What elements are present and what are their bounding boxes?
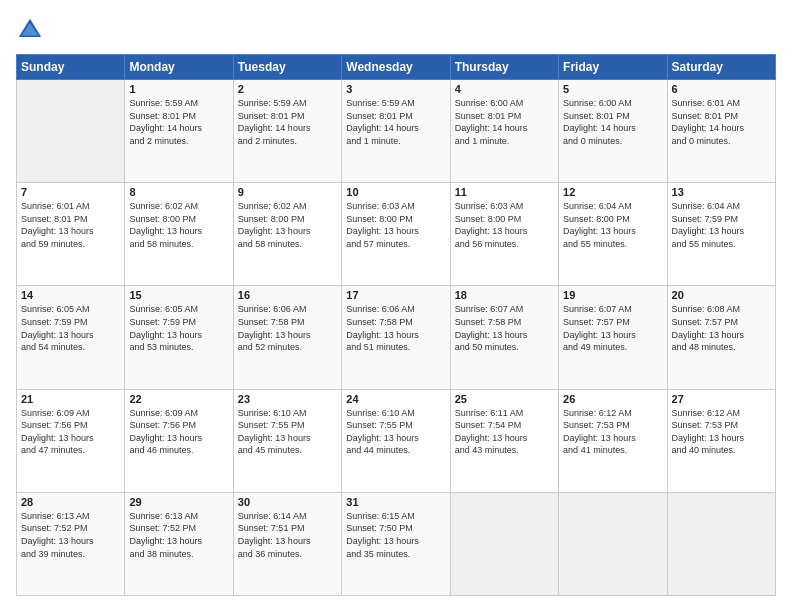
logo (16, 16, 48, 44)
header-cell-friday: Friday (559, 55, 667, 80)
day-cell: 7Sunrise: 6:01 AM Sunset: 8:01 PM Daylig… (17, 183, 125, 286)
day-number: 6 (672, 83, 771, 95)
day-cell: 30Sunrise: 6:14 AM Sunset: 7:51 PM Dayli… (233, 492, 341, 595)
day-number: 17 (346, 289, 445, 301)
day-info: Sunrise: 6:10 AM Sunset: 7:55 PM Dayligh… (238, 407, 337, 457)
day-cell: 20Sunrise: 6:08 AM Sunset: 7:57 PM Dayli… (667, 286, 775, 389)
day-number: 31 (346, 496, 445, 508)
day-number: 10 (346, 186, 445, 198)
day-info: Sunrise: 5:59 AM Sunset: 8:01 PM Dayligh… (238, 97, 337, 147)
page: SundayMondayTuesdayWednesdayThursdayFrid… (0, 0, 792, 612)
week-row-5: 28Sunrise: 6:13 AM Sunset: 7:52 PM Dayli… (17, 492, 776, 595)
calendar-table: SundayMondayTuesdayWednesdayThursdayFrid… (16, 54, 776, 596)
day-info: Sunrise: 6:09 AM Sunset: 7:56 PM Dayligh… (21, 407, 120, 457)
day-info: Sunrise: 6:03 AM Sunset: 8:00 PM Dayligh… (346, 200, 445, 250)
day-info: Sunrise: 6:00 AM Sunset: 8:01 PM Dayligh… (455, 97, 554, 147)
day-cell (559, 492, 667, 595)
day-cell: 23Sunrise: 6:10 AM Sunset: 7:55 PM Dayli… (233, 389, 341, 492)
day-number: 24 (346, 393, 445, 405)
day-number: 4 (455, 83, 554, 95)
day-number: 21 (21, 393, 120, 405)
day-cell: 13Sunrise: 6:04 AM Sunset: 7:59 PM Dayli… (667, 183, 775, 286)
day-cell: 16Sunrise: 6:06 AM Sunset: 7:58 PM Dayli… (233, 286, 341, 389)
day-info: Sunrise: 6:13 AM Sunset: 7:52 PM Dayligh… (129, 510, 228, 560)
day-number: 26 (563, 393, 662, 405)
day-number: 19 (563, 289, 662, 301)
header-cell-tuesday: Tuesday (233, 55, 341, 80)
day-info: Sunrise: 6:04 AM Sunset: 8:00 PM Dayligh… (563, 200, 662, 250)
day-info: Sunrise: 6:05 AM Sunset: 7:59 PM Dayligh… (129, 303, 228, 353)
day-number: 3 (346, 83, 445, 95)
header-cell-wednesday: Wednesday (342, 55, 450, 80)
day-info: Sunrise: 6:06 AM Sunset: 7:58 PM Dayligh… (346, 303, 445, 353)
day-number: 23 (238, 393, 337, 405)
day-cell: 8Sunrise: 6:02 AM Sunset: 8:00 PM Daylig… (125, 183, 233, 286)
day-number: 8 (129, 186, 228, 198)
day-info: Sunrise: 6:12 AM Sunset: 7:53 PM Dayligh… (563, 407, 662, 457)
header (16, 16, 776, 44)
day-number: 9 (238, 186, 337, 198)
day-number: 11 (455, 186, 554, 198)
day-info: Sunrise: 6:12 AM Sunset: 7:53 PM Dayligh… (672, 407, 771, 457)
header-cell-sunday: Sunday (17, 55, 125, 80)
day-cell (17, 80, 125, 183)
day-info: Sunrise: 6:13 AM Sunset: 7:52 PM Dayligh… (21, 510, 120, 560)
day-cell: 15Sunrise: 6:05 AM Sunset: 7:59 PM Dayli… (125, 286, 233, 389)
week-row-3: 14Sunrise: 6:05 AM Sunset: 7:59 PM Dayli… (17, 286, 776, 389)
day-info: Sunrise: 6:08 AM Sunset: 7:57 PM Dayligh… (672, 303, 771, 353)
header-cell-thursday: Thursday (450, 55, 558, 80)
day-cell: 10Sunrise: 6:03 AM Sunset: 8:00 PM Dayli… (342, 183, 450, 286)
week-row-4: 21Sunrise: 6:09 AM Sunset: 7:56 PM Dayli… (17, 389, 776, 492)
day-cell: 4Sunrise: 6:00 AM Sunset: 8:01 PM Daylig… (450, 80, 558, 183)
day-cell: 18Sunrise: 6:07 AM Sunset: 7:58 PM Dayli… (450, 286, 558, 389)
day-info: Sunrise: 5:59 AM Sunset: 8:01 PM Dayligh… (129, 97, 228, 147)
header-row: SundayMondayTuesdayWednesdayThursdayFrid… (17, 55, 776, 80)
day-info: Sunrise: 6:02 AM Sunset: 8:00 PM Dayligh… (129, 200, 228, 250)
header-cell-monday: Monday (125, 55, 233, 80)
day-number: 25 (455, 393, 554, 405)
day-cell: 19Sunrise: 6:07 AM Sunset: 7:57 PM Dayli… (559, 286, 667, 389)
day-number: 28 (21, 496, 120, 508)
day-number: 16 (238, 289, 337, 301)
day-cell (450, 492, 558, 595)
day-number: 18 (455, 289, 554, 301)
day-cell: 25Sunrise: 6:11 AM Sunset: 7:54 PM Dayli… (450, 389, 558, 492)
day-info: Sunrise: 5:59 AM Sunset: 8:01 PM Dayligh… (346, 97, 445, 147)
day-cell: 27Sunrise: 6:12 AM Sunset: 7:53 PM Dayli… (667, 389, 775, 492)
day-cell: 5Sunrise: 6:00 AM Sunset: 8:01 PM Daylig… (559, 80, 667, 183)
day-cell: 3Sunrise: 5:59 AM Sunset: 8:01 PM Daylig… (342, 80, 450, 183)
day-cell: 24Sunrise: 6:10 AM Sunset: 7:55 PM Dayli… (342, 389, 450, 492)
day-info: Sunrise: 6:10 AM Sunset: 7:55 PM Dayligh… (346, 407, 445, 457)
day-cell: 28Sunrise: 6:13 AM Sunset: 7:52 PM Dayli… (17, 492, 125, 595)
day-cell: 9Sunrise: 6:02 AM Sunset: 8:00 PM Daylig… (233, 183, 341, 286)
day-number: 22 (129, 393, 228, 405)
day-cell: 14Sunrise: 6:05 AM Sunset: 7:59 PM Dayli… (17, 286, 125, 389)
day-info: Sunrise: 6:07 AM Sunset: 7:57 PM Dayligh… (563, 303, 662, 353)
day-cell: 31Sunrise: 6:15 AM Sunset: 7:50 PM Dayli… (342, 492, 450, 595)
day-cell: 12Sunrise: 6:04 AM Sunset: 8:00 PM Dayli… (559, 183, 667, 286)
week-row-1: 1Sunrise: 5:59 AM Sunset: 8:01 PM Daylig… (17, 80, 776, 183)
day-number: 20 (672, 289, 771, 301)
day-info: Sunrise: 6:03 AM Sunset: 8:00 PM Dayligh… (455, 200, 554, 250)
day-number: 2 (238, 83, 337, 95)
day-cell (667, 492, 775, 595)
day-number: 13 (672, 186, 771, 198)
day-info: Sunrise: 6:09 AM Sunset: 7:56 PM Dayligh… (129, 407, 228, 457)
day-info: Sunrise: 6:01 AM Sunset: 8:01 PM Dayligh… (21, 200, 120, 250)
week-row-2: 7Sunrise: 6:01 AM Sunset: 8:01 PM Daylig… (17, 183, 776, 286)
day-cell: 29Sunrise: 6:13 AM Sunset: 7:52 PM Dayli… (125, 492, 233, 595)
day-cell: 2Sunrise: 5:59 AM Sunset: 8:01 PM Daylig… (233, 80, 341, 183)
day-info: Sunrise: 6:00 AM Sunset: 8:01 PM Dayligh… (563, 97, 662, 147)
day-number: 1 (129, 83, 228, 95)
logo-icon (16, 16, 44, 44)
day-info: Sunrise: 6:05 AM Sunset: 7:59 PM Dayligh… (21, 303, 120, 353)
day-info: Sunrise: 6:15 AM Sunset: 7:50 PM Dayligh… (346, 510, 445, 560)
day-number: 30 (238, 496, 337, 508)
day-info: Sunrise: 6:01 AM Sunset: 8:01 PM Dayligh… (672, 97, 771, 147)
day-info: Sunrise: 6:07 AM Sunset: 7:58 PM Dayligh… (455, 303, 554, 353)
day-number: 5 (563, 83, 662, 95)
day-number: 15 (129, 289, 228, 301)
day-info: Sunrise: 6:06 AM Sunset: 7:58 PM Dayligh… (238, 303, 337, 353)
day-cell: 26Sunrise: 6:12 AM Sunset: 7:53 PM Dayli… (559, 389, 667, 492)
day-number: 12 (563, 186, 662, 198)
